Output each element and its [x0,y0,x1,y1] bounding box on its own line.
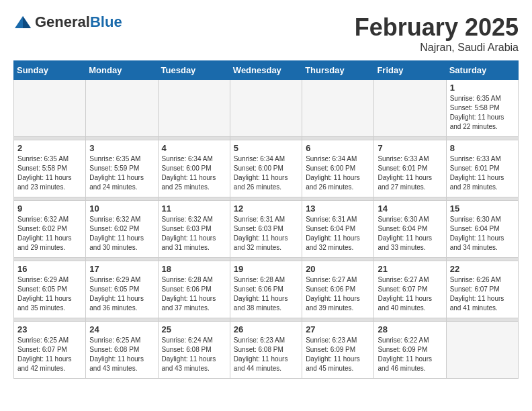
day-info: Sunrise: 6:34 AM Sunset: 6:00 PM Dayligh… [234,154,298,192]
day-number: 22 [450,264,515,274]
calendar-cell: 10Sunrise: 6:32 AM Sunset: 6:02 PM Dayli… [86,201,158,258]
day-number: 11 [162,203,226,214]
calendar-cell: 21Sunrise: 6:27 AM Sunset: 6:07 PM Dayli… [374,261,446,318]
day-info: Sunrise: 6:30 AM Sunset: 6:04 PM Dayligh… [450,215,515,253]
calendar-table: Sunday Monday Tuesday Wednesday Thursday… [13,60,519,379]
day-info: Sunrise: 6:27 AM Sunset: 6:06 PM Dayligh… [306,275,370,313]
day-number: 20 [306,264,370,274]
calendar-cell: 15Sunrise: 6:30 AM Sunset: 6:04 PM Dayli… [446,201,518,258]
calendar-cell [86,80,158,137]
day-info: Sunrise: 6:25 AM Sunset: 6:08 PM Dayligh… [89,336,154,373]
day-number: 12 [234,203,298,214]
week-row-4: 16Sunrise: 6:29 AM Sunset: 6:05 PM Dayli… [14,261,519,318]
calendar-cell: 19Sunrise: 6:28 AM Sunset: 6:06 PM Dayli… [230,261,302,318]
col-monday: Monday [86,61,158,80]
day-number: 16 [17,264,82,274]
day-info: Sunrise: 6:32 AM Sunset: 6:03 PM Dayligh… [162,215,226,253]
calendar-cell: 9Sunrise: 6:32 AM Sunset: 6:02 PM Daylig… [14,201,86,258]
col-wednesday: Wednesday [230,61,302,80]
day-number: 5 [234,143,298,153]
calendar-cell [14,80,86,137]
day-number: 15 [450,203,515,214]
week-row-2: 2Sunrise: 6:35 AM Sunset: 5:58 PM Daylig… [14,140,519,197]
calendar-cell: 27Sunrise: 6:23 AM Sunset: 6:09 PM Dayli… [302,322,374,379]
day-number: 27 [306,324,370,334]
day-info: Sunrise: 6:23 AM Sunset: 6:08 PM Dayligh… [234,336,298,373]
day-number: 14 [378,203,442,214]
col-friday: Friday [374,61,446,80]
day-info: Sunrise: 6:25 AM Sunset: 6:07 PM Dayligh… [17,336,82,373]
logo-icon [13,15,32,30]
day-number: 23 [17,324,82,334]
calendar-cell: 5Sunrise: 6:34 AM Sunset: 6:00 PM Daylig… [230,140,302,197]
day-number: 13 [306,203,370,214]
calendar-cell: 23Sunrise: 6:25 AM Sunset: 6:07 PM Dayli… [14,322,86,379]
day-info: Sunrise: 6:32 AM Sunset: 6:02 PM Dayligh… [89,215,154,253]
day-info: Sunrise: 6:29 AM Sunset: 6:05 PM Dayligh… [17,275,82,313]
logo-text: GeneralBlue [35,13,122,31]
col-thursday: Thursday [302,61,374,80]
day-info: Sunrise: 6:33 AM Sunset: 6:01 PM Dayligh… [378,154,442,192]
day-info: Sunrise: 6:35 AM Sunset: 5:59 PM Dayligh… [89,154,154,192]
day-info: Sunrise: 6:31 AM Sunset: 6:04 PM Dayligh… [306,215,370,253]
calendar-cell: 22Sunrise: 6:26 AM Sunset: 6:07 PM Dayli… [446,261,518,318]
location-subtitle: Najran, Saudi Arabia [355,42,519,54]
day-number: 17 [89,264,154,274]
day-number: 24 [89,324,154,334]
page-header: GeneralBlue February 2025 Najran, Saudi … [13,13,519,54]
day-number: 19 [234,264,298,274]
day-number: 9 [17,203,82,214]
calendar-cell: 7Sunrise: 6:33 AM Sunset: 6:01 PM Daylig… [374,140,446,197]
day-info: Sunrise: 6:33 AM Sunset: 6:01 PM Dayligh… [450,154,515,192]
calendar-cell: 20Sunrise: 6:27 AM Sunset: 6:06 PM Dayli… [302,261,374,318]
svg-marker-1 [23,16,31,28]
calendar-cell: 17Sunrise: 6:29 AM Sunset: 6:05 PM Dayli… [86,261,158,318]
col-saturday: Saturday [446,61,518,80]
day-info: Sunrise: 6:35 AM Sunset: 5:58 PM Dayligh… [450,94,515,132]
calendar-cell: 13Sunrise: 6:31 AM Sunset: 6:04 PM Dayli… [302,201,374,258]
calendar-cell [302,80,374,137]
day-number: 7 [378,143,442,153]
day-info: Sunrise: 6:24 AM Sunset: 6:08 PM Dayligh… [162,336,226,373]
day-info: Sunrise: 6:29 AM Sunset: 6:05 PM Dayligh… [89,275,154,313]
calendar-cell [374,80,446,137]
day-info: Sunrise: 6:31 AM Sunset: 6:03 PM Dayligh… [234,215,298,253]
day-info: Sunrise: 6:34 AM Sunset: 6:00 PM Dayligh… [162,154,226,192]
calendar-cell: 1Sunrise: 6:35 AM Sunset: 5:58 PM Daylig… [446,80,518,137]
col-sunday: Sunday [14,61,86,80]
calendar-cell: 2Sunrise: 6:35 AM Sunset: 5:58 PM Daylig… [14,140,86,197]
day-number: 18 [162,264,226,274]
title-area: February 2025 Najran, Saudi Arabia [355,13,519,54]
day-info: Sunrise: 6:35 AM Sunset: 5:58 PM Dayligh… [17,154,82,192]
day-info: Sunrise: 6:23 AM Sunset: 6:09 PM Dayligh… [306,336,370,373]
day-number: 1 [450,83,515,93]
day-number: 2 [17,143,82,153]
week-row-1: 1Sunrise: 6:35 AM Sunset: 5:58 PM Daylig… [14,80,519,137]
day-info: Sunrise: 6:30 AM Sunset: 6:04 PM Dayligh… [378,215,442,253]
day-number: 3 [89,143,154,153]
day-number: 26 [234,324,298,334]
day-number: 4 [162,143,226,153]
day-info: Sunrise: 6:27 AM Sunset: 6:07 PM Dayligh… [378,275,442,313]
calendar-cell [446,322,518,379]
calendar-header-row: Sunday Monday Tuesday Wednesday Thursday… [14,61,519,80]
calendar-cell: 4Sunrise: 6:34 AM Sunset: 6:00 PM Daylig… [158,140,230,197]
calendar-cell: 12Sunrise: 6:31 AM Sunset: 6:03 PM Dayli… [230,201,302,258]
logo: GeneralBlue [13,13,122,31]
calendar-cell: 18Sunrise: 6:28 AM Sunset: 6:06 PM Dayli… [158,261,230,318]
day-info: Sunrise: 6:32 AM Sunset: 6:02 PM Dayligh… [17,215,82,253]
calendar-cell: 26Sunrise: 6:23 AM Sunset: 6:08 PM Dayli… [230,322,302,379]
day-number: 28 [378,324,442,334]
calendar-cell: 16Sunrise: 6:29 AM Sunset: 6:05 PM Dayli… [14,261,86,318]
day-number: 6 [306,143,370,153]
day-number: 21 [378,264,442,274]
day-info: Sunrise: 6:22 AM Sunset: 6:09 PM Dayligh… [378,336,442,373]
day-info: Sunrise: 6:34 AM Sunset: 6:00 PM Dayligh… [306,154,370,192]
col-tuesday: Tuesday [158,61,230,80]
calendar-cell: 6Sunrise: 6:34 AM Sunset: 6:00 PM Daylig… [302,140,374,197]
day-number: 8 [450,143,515,153]
calendar-cell: 3Sunrise: 6:35 AM Sunset: 5:59 PM Daylig… [86,140,158,197]
calendar-cell: 24Sunrise: 6:25 AM Sunset: 6:08 PM Dayli… [86,322,158,379]
calendar-cell: 8Sunrise: 6:33 AM Sunset: 6:01 PM Daylig… [446,140,518,197]
day-info: Sunrise: 6:28 AM Sunset: 6:06 PM Dayligh… [162,275,226,313]
